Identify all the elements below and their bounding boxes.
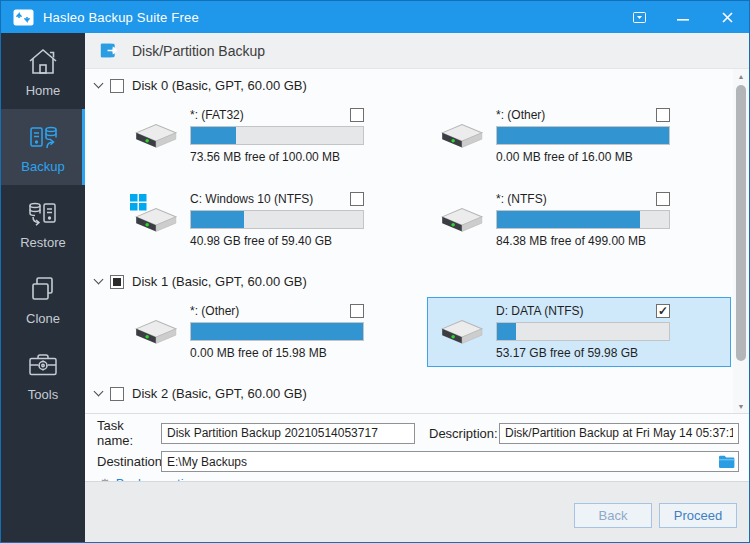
sidebar-item-backup[interactable]: Backup xyxy=(1,109,85,185)
partition-free-space: 0.00 MB free of 15.98 MB xyxy=(190,346,364,360)
scrollbar-track[interactable] xyxy=(733,83,749,399)
content: Disk/Partition Backup Disk 0 (Basic, GPT… xyxy=(85,33,749,542)
tools-icon xyxy=(25,348,61,384)
sidebar-item-restore[interactable]: Restore xyxy=(1,185,85,261)
partition-checkbox[interactable] xyxy=(350,192,364,206)
partition-item-c-windows[interactable]: C: Windows 10 (NTFS) 40.98 GB free of 59… xyxy=(121,185,425,255)
partition-item-other-15mb[interactable]: *: (Other) 0.00 MB free of 15.98 MB xyxy=(121,297,425,367)
browse-folder-icon[interactable] xyxy=(718,454,735,469)
disk-list: Disk 0 (Basic, GPT, 60.00 GB) *: (FAT32)… xyxy=(85,69,749,413)
sidebar-item-label: Tools xyxy=(28,387,58,402)
partition-checkbox[interactable] xyxy=(656,108,670,122)
partition-checkbox[interactable] xyxy=(656,304,670,318)
usage-bar xyxy=(190,210,364,229)
drive-icon xyxy=(438,315,486,349)
disk-checkbox[interactable] xyxy=(110,387,124,401)
drive-icon xyxy=(132,119,180,153)
page-title: Disk/Partition Backup xyxy=(132,43,265,59)
drive-icon xyxy=(132,315,180,349)
close-button[interactable] xyxy=(705,1,749,33)
usage-bar xyxy=(496,126,670,145)
disk-label: Disk 2 (Basic, GPT, 60.00 GB) xyxy=(132,386,307,401)
partition-free-space: 73.56 MB free of 100.00 MB xyxy=(190,150,364,164)
task-name-input[interactable] xyxy=(161,423,415,444)
usage-bar xyxy=(190,322,364,341)
partition-label: *: (Other) xyxy=(496,108,545,122)
backup-task-form: Task name: Description: Destination: xyxy=(85,413,749,481)
sidebar-item-label: Home xyxy=(26,83,61,98)
app-logo-icon xyxy=(13,9,34,26)
sidebar-item-clone[interactable]: Clone xyxy=(1,261,85,337)
sidebar-item-tools[interactable]: Tools xyxy=(1,337,85,413)
disk-backup-icon xyxy=(99,41,118,60)
usage-bar xyxy=(190,126,364,145)
task-name-label: Task name: xyxy=(97,418,161,448)
vertical-scrollbar[interactable]: ▲ ▼ xyxy=(733,69,749,413)
destination-input[interactable] xyxy=(161,451,739,472)
drive-windows-icon xyxy=(132,203,180,237)
proceed-button[interactable]: Proceed xyxy=(659,503,737,528)
partition-checkbox[interactable] xyxy=(350,304,364,318)
partition-free-space: 0.00 MB free of 16.00 MB xyxy=(496,150,670,164)
usage-bar xyxy=(496,210,670,229)
destination-label: Destination: xyxy=(97,454,161,469)
minimize-button[interactable] xyxy=(661,1,705,33)
disk-label: Disk 1 (Basic, GPT, 60.00 GB) xyxy=(132,274,307,289)
drive-icon xyxy=(438,203,486,237)
partition-checkbox[interactable] xyxy=(656,192,670,206)
description-input[interactable] xyxy=(499,423,739,444)
partition-item-other-16mb[interactable]: *: (Other) 0.00 MB free of 16.00 MB xyxy=(427,101,731,171)
partition-free-space: 84.38 MB free of 499.00 MB xyxy=(496,234,670,248)
chevron-down-icon[interactable] xyxy=(94,79,104,89)
partition-free-space: 40.98 GB free of 59.40 GB xyxy=(190,234,364,248)
app-window: Hasleo Backup Suite Free Home xyxy=(0,0,750,543)
footer-bar: Back Proceed xyxy=(85,481,749,542)
disk-checkbox[interactable] xyxy=(110,275,124,289)
disk-label: Disk 0 (Basic, GPT, 60.00 GB) xyxy=(132,78,307,93)
partition-item-ntfs-499mb[interactable]: *: (NTFS) 84.38 MB free of 499.00 MB xyxy=(427,185,731,255)
scrollbar-thumb[interactable] xyxy=(736,85,746,361)
partition-item-fat32[interactable]: *: (FAT32) 73.56 MB free of 100.00 MB xyxy=(121,101,425,171)
disk-header-0[interactable]: Disk 0 (Basic, GPT, 60.00 GB) xyxy=(85,69,733,95)
partition-item-d-data[interactable]: D: DATA (NTFS) 53.17 GB free of 59.98 GB xyxy=(427,297,731,367)
description-label: Description: xyxy=(429,426,499,441)
partition-label: C: Windows 10 (NTFS) xyxy=(190,192,313,206)
disk-header-2[interactable]: Disk 2 (Basic, GPT, 60.00 GB) xyxy=(85,377,733,403)
drive-icon xyxy=(438,119,486,153)
minimize-to-tray-button[interactable] xyxy=(617,1,661,33)
windows-logo-icon xyxy=(130,194,147,211)
home-icon xyxy=(25,44,61,80)
backup-icon xyxy=(25,120,61,156)
partition-label: *: (NTFS) xyxy=(496,192,547,206)
disk-header-1[interactable]: Disk 1 (Basic, GPT, 60.00 GB) xyxy=(85,265,733,291)
partition-label: *: (FAT32) xyxy=(190,108,244,122)
sidebar-item-label: Clone xyxy=(26,311,60,326)
partition-checkbox[interactable] xyxy=(350,108,364,122)
titlebar: Hasleo Backup Suite Free xyxy=(1,1,749,33)
sidebar: Home Backup xyxy=(1,33,85,542)
sidebar-item-label: Restore xyxy=(20,235,66,250)
partition-free-space: 53.17 GB free of 59.98 GB xyxy=(496,346,670,360)
disk-checkbox[interactable] xyxy=(110,79,124,93)
chevron-down-icon[interactable] xyxy=(94,387,104,397)
clone-icon xyxy=(25,272,61,308)
scroll-up-arrow-icon[interactable]: ▲ xyxy=(733,69,749,83)
restore-icon xyxy=(25,196,61,232)
sidebar-item-label: Backup xyxy=(21,159,64,174)
window-title: Hasleo Backup Suite Free xyxy=(43,10,199,25)
sidebar-item-home[interactable]: Home xyxy=(1,33,85,109)
back-button[interactable]: Back xyxy=(574,503,652,528)
partition-label: *: (Other) xyxy=(190,304,239,318)
content-header: Disk/Partition Backup xyxy=(85,33,749,69)
scroll-down-arrow-icon[interactable]: ▼ xyxy=(733,399,749,413)
usage-bar xyxy=(496,322,670,341)
partition-label: D: DATA (NTFS) xyxy=(496,304,584,318)
chevron-down-icon[interactable] xyxy=(94,275,104,285)
